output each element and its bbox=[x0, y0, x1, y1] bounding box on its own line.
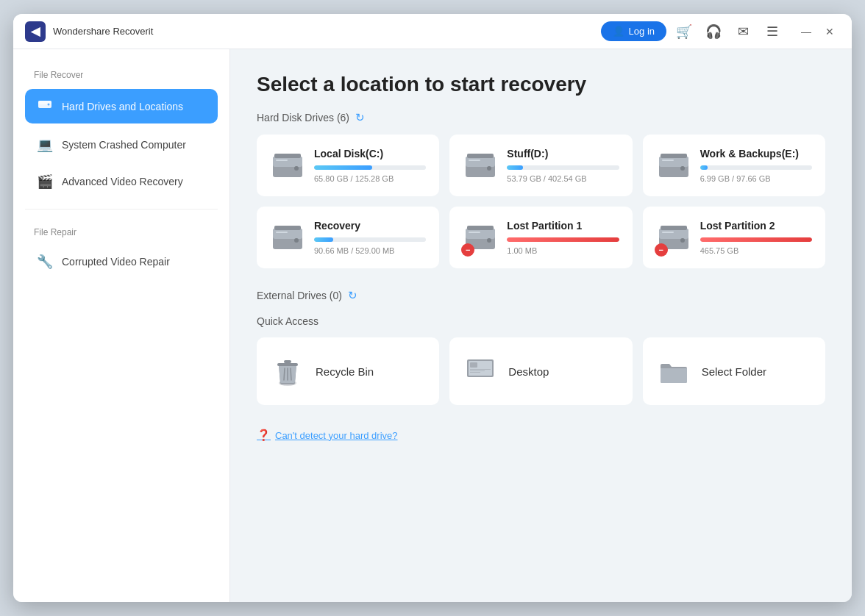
drive-name-lost1: Lost Partition 1 bbox=[507, 220, 619, 232]
footer-area: ❓ Can't detect your hard drive? bbox=[257, 429, 825, 442]
window-controls: — ✕ bbox=[796, 21, 840, 42]
svg-rect-12 bbox=[467, 154, 494, 158]
drive-progress-bar-c bbox=[314, 165, 426, 170]
drive-name-e: Work & Backups(E:) bbox=[700, 148, 812, 160]
drive-card-lost2[interactable]: − Lost Partition 2 465.75 GB bbox=[643, 207, 825, 268]
quick-access-section-header: Quick Access bbox=[257, 315, 825, 327]
drive-info-lost2: Lost Partition 2 465.75 GB bbox=[700, 220, 812, 255]
sidebar-system-crashed-label: System Crashed Computer bbox=[62, 139, 186, 151]
logo-char: ◀ bbox=[31, 24, 40, 38]
external-drives-section-header: External Drives (0) ↻ bbox=[257, 289, 825, 302]
hard-drives-icon bbox=[37, 96, 53, 116]
svg-rect-22 bbox=[274, 226, 301, 230]
svg-rect-5 bbox=[276, 160, 288, 161]
sidebar-item-advanced-video[interactable]: 🎬 Advanced Video Recovery bbox=[25, 166, 218, 197]
mail-button[interactable]: ✉ bbox=[731, 20, 755, 43]
drive-progress-fill-lost2 bbox=[700, 237, 812, 242]
drive-card-lost1[interactable]: − Lost Partition 1 1.00 MB bbox=[449, 207, 632, 268]
sidebar-item-hard-drives[interactable]: Hard Drives and Locations bbox=[25, 89, 218, 123]
svg-rect-7 bbox=[274, 154, 301, 158]
drive-info-d: Stuff(D:) 53.79 GB / 402.54 GB bbox=[507, 148, 619, 183]
select-folder-label: Select Folder bbox=[702, 365, 766, 378]
external-drives-refresh-icon[interactable]: ↻ bbox=[348, 289, 361, 302]
drive-card-e[interactable]: Work & Backups(E:) 6.99 GB / 97.66 GB bbox=[643, 135, 825, 196]
svg-line-38 bbox=[291, 368, 291, 380]
menu-button[interactable]: ☰ bbox=[761, 20, 784, 43]
drive-progress-fill-c bbox=[314, 165, 372, 170]
quick-card-select-folder[interactable]: Select Folder bbox=[643, 337, 825, 405]
sidebar-item-system-crashed[interactable]: 💻 System Crashed Computer bbox=[25, 129, 218, 160]
drive-size-e: 6.99 GB / 97.66 GB bbox=[700, 174, 812, 183]
select-folder-icon bbox=[656, 354, 691, 389]
svg-point-11 bbox=[487, 166, 491, 171]
svg-rect-43 bbox=[470, 370, 485, 371]
quick-card-desktop[interactable]: Desktop bbox=[449, 337, 632, 405]
svg-rect-24 bbox=[466, 229, 495, 239]
svg-rect-17 bbox=[661, 154, 687, 158]
cant-detect-link[interactable]: ❓ Can't detect your hard drive? bbox=[257, 429, 825, 442]
system-crashed-icon: 💻 bbox=[37, 137, 53, 153]
hard-disk-refresh-icon[interactable]: ↻ bbox=[355, 111, 369, 124]
svg-rect-29 bbox=[659, 229, 688, 239]
svg-point-31 bbox=[680, 238, 685, 243]
svg-rect-19 bbox=[273, 229, 302, 239]
drive-progress-bar-recovery bbox=[314, 237, 426, 242]
drive-size-recovery: 90.66 MB / 529.00 MB bbox=[314, 246, 426, 255]
title-bar: ◀ Wondershare Recoverit 👤 Log in 🛒 🎧 ✉ ☰… bbox=[13, 14, 852, 49]
file-repair-label: File Repair bbox=[25, 221, 218, 240]
drive-name-recovery: Recovery bbox=[314, 220, 426, 232]
recycle-bin-label: Recycle Bin bbox=[316, 365, 374, 378]
drive-progress-bar-d bbox=[507, 165, 619, 170]
drive-name-c: Local Disk(C:) bbox=[314, 148, 426, 160]
svg-rect-20 bbox=[276, 232, 288, 233]
drive-progress-bar-e bbox=[700, 165, 812, 170]
sidebar-corrupted-video-label: Corrupted Video Repair bbox=[62, 256, 170, 268]
drive-info-e: Work & Backups(E:) 6.99 GB / 97.66 GB bbox=[700, 148, 812, 183]
svg-line-36 bbox=[284, 368, 285, 380]
close-button[interactable]: ✕ bbox=[819, 21, 840, 42]
minimize-button[interactable]: — bbox=[796, 21, 816, 42]
login-button[interactable]: 👤 Log in bbox=[601, 21, 666, 41]
drive-info-recovery: Recovery 90.66 MB / 529.00 MB bbox=[314, 220, 426, 255]
drive-icon-d bbox=[463, 148, 498, 183]
quick-card-recycle[interactable]: Recycle Bin bbox=[257, 337, 439, 405]
drive-size-lost1: 1.00 MB bbox=[507, 246, 619, 255]
svg-rect-27 bbox=[467, 226, 494, 230]
svg-rect-34 bbox=[277, 363, 298, 366]
corrupted-video-icon: 🔧 bbox=[37, 254, 53, 270]
svg-point-6 bbox=[294, 166, 299, 171]
cart-button[interactable]: 🛒 bbox=[672, 20, 696, 43]
svg-rect-4 bbox=[273, 157, 302, 167]
drive-progress-fill-d bbox=[507, 165, 522, 170]
svg-point-2 bbox=[48, 104, 50, 106]
drive-size-c: 65.80 GB / 125.28 GB bbox=[314, 174, 426, 183]
headset-button[interactable]: 🎧 bbox=[702, 20, 725, 43]
title-bar-right: 👤 Log in 🛒 🎧 ✉ ☰ — ✕ bbox=[601, 20, 840, 43]
hard-disk-section-header: Hard Disk Drives (6) ↻ bbox=[257, 111, 825, 124]
drive-card-recovery[interactable]: Recovery 90.66 MB / 529.00 MB bbox=[257, 207, 439, 268]
person-icon: 👤 bbox=[613, 26, 624, 37]
svg-rect-10 bbox=[469, 160, 480, 161]
sidebar-item-corrupted-video[interactable]: 🔧 Corrupted Video Repair bbox=[25, 246, 218, 277]
drive-progress-fill-recovery bbox=[314, 237, 333, 242]
sidebar-divider bbox=[25, 209, 218, 209]
drive-card-c[interactable]: Local Disk(C:) 65.80 GB / 125.28 GB bbox=[257, 135, 439, 196]
drive-icon-c bbox=[270, 148, 305, 183]
sidebar-hard-drives-label: Hard Drives and Locations bbox=[62, 101, 183, 112]
sidebar: File Recover Hard Drives and Locations 💻… bbox=[13, 49, 230, 602]
drive-size-lost2: 465.75 GB bbox=[700, 246, 812, 255]
app-window: ◀ Wondershare Recoverit 👤 Log in 🛒 🎧 ✉ ☰… bbox=[13, 14, 852, 602]
drive-progress-bar-lost2 bbox=[700, 237, 812, 242]
drive-card-d[interactable]: Stuff(D:) 53.79 GB / 402.54 GB bbox=[449, 135, 632, 196]
drive-icon-lost2: − bbox=[656, 220, 691, 255]
svg-rect-25 bbox=[469, 232, 480, 233]
app-title: Wondershare Recoverit bbox=[53, 26, 153, 37]
drive-size-d: 53.79 GB / 402.54 GB bbox=[507, 174, 619, 183]
title-bar-left: ◀ Wondershare Recoverit bbox=[25, 21, 601, 42]
svg-point-26 bbox=[487, 238, 491, 243]
svg-rect-44 bbox=[470, 372, 480, 373]
help-icon: ❓ bbox=[257, 429, 271, 442]
drive-icon-lost1: − bbox=[463, 220, 498, 255]
drive-progress-fill-e bbox=[700, 165, 708, 170]
desktop-label: Desktop bbox=[508, 365, 549, 378]
